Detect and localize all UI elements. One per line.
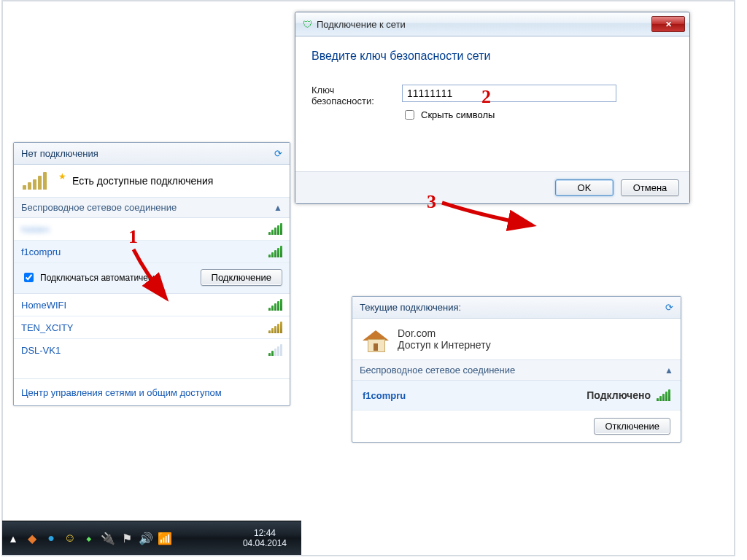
signal-icon	[268, 299, 282, 311]
netlist-status-row: ★ Есть доступные подключения	[14, 165, 290, 197]
wifi-section-header[interactable]: Беспроводное сетевое соединение ▲	[14, 197, 290, 218]
ok-button[interactable]: OK	[555, 179, 614, 196]
wifi-section-header[interactable]: Беспроводное сетевое соединение ▲	[352, 359, 681, 381]
connected-network-row[interactable]: f1compru Подключено	[352, 381, 681, 411]
key-input-row: Ключ безопасности: Скрыть символы	[311, 85, 673, 122]
spacer	[311, 129, 673, 166]
conn-header: Текущие подключения: ⟳	[352, 297, 681, 319]
network-name[interactable]: f1compru	[21, 246, 61, 257]
security-key-dialog: 🛡 Подключение к сети ✕ Введите ключ безо…	[295, 12, 690, 204]
tray-app-icon[interactable]: ☺	[63, 532, 77, 545]
tray-app-icon[interactable]: ●	[44, 532, 58, 545]
home-status: Доступ к Интернету	[398, 339, 491, 351]
network-row[interactable]: TEN_XCITY	[14, 316, 290, 339]
tray-arrow-icon[interactable]: ▴	[7, 532, 20, 545]
signal-icon	[268, 322, 282, 333]
tray-app-icon[interactable]: ◆	[26, 532, 39, 545]
dialog-body: Введите ключ безопасности сети Ключ безо…	[295, 36, 689, 171]
connect-button[interactable]: Подключение	[201, 269, 282, 286]
netlist-footer: Центр управления сетями и общим доступом	[14, 378, 290, 405]
security-key-input[interactable]	[402, 85, 616, 102]
dialog-heading: Введите ключ безопасности сети	[311, 50, 673, 63]
house-icon	[363, 326, 389, 352]
signal-available-icon	[23, 172, 47, 190]
tray-icons: ▴ ◆ ● ☺ ⬥ 🔌 ⚑ 🔊 📶	[7, 532, 171, 545]
tray-app-icon[interactable]: ⬥	[82, 532, 96, 545]
network-center-link[interactable]: Центр управления сетями и общим доступом	[21, 387, 222, 398]
signal-icon	[268, 246, 282, 257]
clock-date: 04.04.2014	[243, 538, 287, 548]
flag-icon[interactable]: ⚑	[120, 532, 133, 545]
home-ssid: Dor.com	[398, 327, 491, 339]
dialog-titlebar[interactable]: 🛡 Подключение к сети ✕	[295, 12, 689, 36]
chevron-up-icon: ▲	[665, 365, 673, 376]
network-name[interactable]: HomeWIFI	[21, 300, 66, 311]
netlist-title: Нет подключения	[21, 148, 98, 159]
spacer	[14, 361, 290, 378]
callout-step-2: 2	[481, 86, 491, 108]
wifi-section-label: Беспроводное сетевое соединение	[21, 202, 177, 213]
shield-icon: 🛡	[303, 19, 312, 30]
taskbar-clock[interactable]: 12:44 04.04.2014	[243, 528, 297, 549]
netlist-status-text: Есть доступные подключения	[72, 175, 213, 187]
network-name-blurred: hidden	[21, 224, 50, 235]
connected-ssid[interactable]: f1compru	[363, 390, 406, 401]
connected-status: Подключено	[587, 389, 651, 401]
conn-title: Текущие подключения:	[360, 302, 461, 313]
callout-step-3: 3	[427, 191, 436, 213]
signal-icon	[657, 389, 670, 401]
disconnect-button[interactable]: Отключение	[594, 418, 670, 435]
chevron-up-icon: ▲	[274, 203, 282, 213]
home-network-row: Dor.com Доступ к Интернету	[352, 319, 681, 359]
current-connections-popup: Текущие подключения: ⟳ Dor.com Доступ к …	[352, 296, 681, 443]
cancel-button[interactable]: Отмена	[621, 179, 679, 196]
hide-chars-checkbox[interactable]	[405, 110, 414, 120]
network-row[interactable]: DSL-VK1	[14, 339, 290, 361]
network-name[interactable]: DSL-VK1	[21, 345, 61, 356]
warning-star-icon: ★	[58, 171, 66, 182]
arrow-3-icon	[436, 190, 553, 248]
key-label: Ключ безопасности:	[311, 85, 392, 106]
hide-chars-label: Скрыть символы	[421, 109, 495, 120]
clock-time: 12:44	[243, 528, 287, 538]
network-tray-icon[interactable]: 📶	[158, 532, 171, 545]
tray-power-icon[interactable]: 🔌	[101, 532, 115, 545]
netlist-header: Нет подключения ⟳	[14, 143, 290, 165]
close-button[interactable]: ✕	[651, 16, 685, 32]
refresh-icon[interactable]: ⟳	[274, 148, 282, 159]
arrow-1-icon	[113, 233, 186, 314]
taskbar: ▴ ◆ ● ☺ ⬥ 🔌 ⚑ 🔊 📶 12:44 04.04.2014	[2, 521, 301, 555]
wifi-section-label: Беспроводное сетевое соединение	[360, 365, 515, 376]
auto-connect-checkbox[interactable]	[24, 273, 34, 282]
signal-icon	[268, 223, 282, 235]
network-name[interactable]: TEN_XCITY	[21, 322, 74, 333]
volume-icon[interactable]: 🔊	[139, 532, 152, 545]
dialog-title: Подключение к сети	[317, 19, 406, 30]
signal-icon	[268, 344, 282, 356]
refresh-icon[interactable]: ⟳	[665, 302, 673, 313]
disconnect-row: Отключение	[352, 411, 681, 442]
